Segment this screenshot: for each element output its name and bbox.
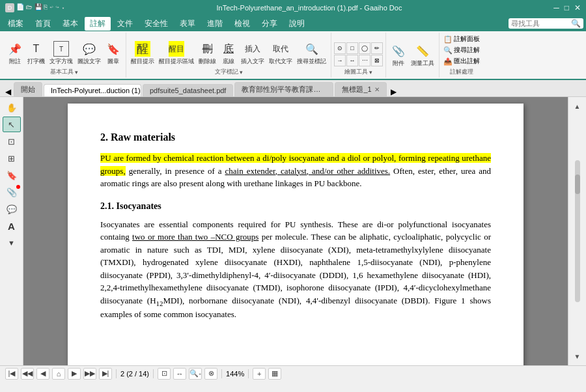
menu-annotate[interactable]: 註解 bbox=[85, 17, 111, 31]
ribbon-content: 📌 附註 T 打字機 T 文字方塊 💬 圖說文字 🔖 圖章 bbox=[0, 31, 586, 79]
menu-document[interactable]: 文件 bbox=[112, 17, 138, 31]
search-input[interactable] bbox=[511, 20, 570, 27]
subsection-title: 2.1. Isocyanates bbox=[100, 199, 491, 213]
ribbon-btn-comment-panel[interactable]: 📋 註解面板 bbox=[442, 34, 481, 44]
draw-tool-8[interactable]: ⊠ bbox=[371, 55, 383, 66]
ribbon-btn-underline[interactable]: 底 底線 bbox=[219, 40, 238, 66]
menu-view[interactable]: 檢視 bbox=[229, 17, 255, 31]
separator4 bbox=[248, 369, 249, 378]
search-mark-label: 搜尋並標記 bbox=[297, 57, 326, 66]
tool-stamp2[interactable]: 💬 bbox=[3, 201, 21, 217]
ribbon-group-draw-label: 繪圖工具 ▾ bbox=[334, 66, 383, 76]
attach-label: 附件 bbox=[393, 59, 404, 68]
ribbon: 📌 附註 T 打字機 T 文字方塊 💬 圖說文字 🔖 圖章 bbox=[0, 31, 586, 80]
scrollbar-track[interactable] bbox=[575, 160, 580, 302]
highlight-icon: 醒 bbox=[135, 41, 150, 57]
window-controls[interactable]: ─ □ ✕ bbox=[553, 3, 581, 12]
tab-doc4-label: 無標題_1 bbox=[342, 85, 371, 94]
scroll-up-btn[interactable]: ▲ bbox=[571, 100, 584, 113]
tool-down[interactable]: ▼ bbox=[3, 235, 21, 251]
tabs-left-arrow[interactable]: ◀ bbox=[3, 87, 14, 96]
draw-tool-5[interactable]: → bbox=[334, 55, 346, 66]
tool-annotation[interactable]: 📎 bbox=[3, 184, 21, 200]
menu-help[interactable]: 說明 bbox=[284, 17, 310, 31]
ribbon-group-draw-buttons: ⊙ □ ◯ ✏ → ↔ ⋯ ⊠ bbox=[334, 34, 383, 66]
ribbon-btn-note[interactable]: 📌 附註 bbox=[5, 40, 25, 66]
draw-tool-6[interactable]: ↔ bbox=[346, 55, 358, 66]
expand-icon3[interactable]: ▾ bbox=[369, 69, 372, 76]
draw-tool-4[interactable]: ✏ bbox=[371, 42, 383, 54]
fit-width[interactable]: ↔ bbox=[173, 368, 186, 380]
maximize-button[interactable]: □ bbox=[565, 3, 569, 12]
scroll-down-btn[interactable]: ▼ bbox=[571, 350, 584, 363]
tab-doc3[interactable]: 教育部性別平等教育課程教學說明懶人包.pdf bbox=[234, 82, 333, 96]
expand-icon[interactable]: ▾ bbox=[75, 69, 78, 76]
nav-first[interactable]: |◀ bbox=[5, 368, 18, 380]
fit-page[interactable]: ⊡ bbox=[158, 368, 171, 380]
draw-tool-7[interactable]: ⋯ bbox=[359, 55, 370, 66]
ribbon-btn-stamp[interactable]: 🔖 圖章 bbox=[104, 40, 123, 66]
nav-prev-section[interactable]: ◀◀ bbox=[21, 368, 34, 380]
ribbon-btn-highlight-area[interactable]: 醒目 醒目提示區域 bbox=[157, 40, 196, 66]
scrollbar-thumb[interactable] bbox=[575, 175, 580, 194]
ribbon-btn-export-comment[interactable]: 📤 匯出註解 bbox=[442, 56, 481, 66]
menu-bar: 檔案 首頁 基本 註解 文件 安全性 表單 進階 檢視 分享 說明 🔍 bbox=[0, 16, 586, 31]
ribbon-btn-insert-text[interactable]: 插入 插入文字 bbox=[239, 40, 266, 66]
tool-bookmark[interactable]: 🔖 bbox=[3, 167, 21, 183]
paragraph1: PU are formed by chemical reaction betwe… bbox=[100, 152, 491, 190]
zoom-panel[interactable]: ▦ bbox=[268, 368, 281, 380]
tool-select[interactable]: ↖ bbox=[3, 117, 21, 132]
ribbon-btn-typewriter[interactable]: T 打字機 bbox=[25, 40, 47, 66]
ribbon-group-comment-buttons: 📋 註解面板 🔍 搜尋註解 📤 匯出註解 bbox=[442, 34, 481, 66]
search-box[interactable]: 🔍 bbox=[509, 18, 583, 29]
menu-security[interactable]: 安全性 bbox=[139, 17, 173, 31]
separator2 bbox=[153, 369, 154, 378]
close-button[interactable]: ✕ bbox=[574, 3, 581, 12]
draw-tool-3[interactable]: ◯ bbox=[359, 42, 370, 54]
tab-doc2-label: pdfsuite5_datasheet.pdf bbox=[150, 87, 226, 94]
ribbon-btn-search-comment[interactable]: 🔍 搜尋註解 bbox=[442, 45, 481, 55]
nav-next-section[interactable]: ▶▶ bbox=[83, 368, 96, 380]
tool-hand[interactable]: ✋ bbox=[3, 100, 21, 115]
draw-tool-1[interactable]: ⊙ bbox=[334, 42, 346, 54]
ribbon-btn-textbox[interactable]: T 文字方塊 bbox=[48, 40, 75, 66]
nav-home[interactable]: ⌂ bbox=[52, 368, 65, 380]
nav-last[interactable]: ▶| bbox=[99, 368, 112, 380]
tab-doc1[interactable]: InTech-Polyuret...duction (1).pdf ✕ bbox=[44, 84, 141, 96]
menu-share[interactable]: 分享 bbox=[257, 17, 283, 31]
menu-basic[interactable]: 基本 bbox=[57, 17, 83, 31]
menu-form[interactable]: 表單 bbox=[174, 17, 201, 31]
tabs-right-arrow[interactable]: ▶ bbox=[388, 87, 399, 96]
ribbon-btn-measure[interactable]: 📏 測量工具 bbox=[409, 42, 436, 68]
nav-next[interactable]: ▶ bbox=[68, 368, 81, 380]
menu-file[interactable]: 檔案 bbox=[3, 17, 29, 31]
draw-tool-2[interactable]: □ bbox=[346, 42, 358, 54]
attach-icon: 📎 bbox=[391, 43, 406, 59]
ribbon-btn-highlight[interactable]: 醒 醒目提示 bbox=[129, 40, 156, 66]
ribbon-btn-replace-text[interactable]: 取代 取代文字 bbox=[267, 40, 294, 66]
ribbon-btn-attach[interactable]: 📎 附件 bbox=[389, 42, 408, 68]
ribbon-btn-strikethrough[interactable]: 刪 刪除線 bbox=[197, 40, 218, 66]
menu-advanced[interactable]: 進階 bbox=[202, 17, 228, 31]
tab-doc4-close[interactable]: ✕ bbox=[374, 86, 380, 93]
zoom-out[interactable]: 🔍- bbox=[189, 368, 202, 380]
search-area: 🔍 bbox=[509, 18, 583, 29]
zoom-in[interactable]: + bbox=[253, 368, 266, 380]
ribbon-btn-callout[interactable]: 💬 圖說文字 bbox=[76, 40, 103, 66]
tab-doc4[interactable]: 無標題_1 ✕ bbox=[335, 82, 386, 96]
ribbon-btn-search-mark[interactable]: 🔍 搜尋並標記 bbox=[295, 40, 328, 66]
export-comment-icon: 📤 bbox=[443, 57, 453, 66]
tab-doc2[interactable]: pdfsuite5_datasheet.pdf bbox=[143, 84, 233, 96]
expand-icon2[interactable]: ▾ bbox=[240, 69, 243, 76]
pdf-area[interactable]: 2. Raw materials PU are formed by chemic… bbox=[23, 97, 568, 365]
zoom-stop[interactable]: ⊗ bbox=[204, 368, 217, 380]
tool-text-tool[interactable]: A bbox=[3, 218, 21, 234]
tab-start[interactable]: 開始 bbox=[14, 82, 42, 96]
ribbon-group-attach-label bbox=[389, 68, 436, 76]
menu-home[interactable]: 首頁 bbox=[30, 17, 56, 31]
minimize-button[interactable]: ─ bbox=[553, 3, 559, 12]
tool-marquee[interactable]: ⊡ bbox=[3, 133, 21, 149]
nav-prev[interactable]: ◀ bbox=[36, 368, 49, 380]
ribbon-group-basic: 📌 附註 T 打字機 T 文字方塊 💬 圖說文字 🔖 圖章 bbox=[3, 33, 126, 77]
tool-pages[interactable]: ⊞ bbox=[3, 150, 21, 166]
